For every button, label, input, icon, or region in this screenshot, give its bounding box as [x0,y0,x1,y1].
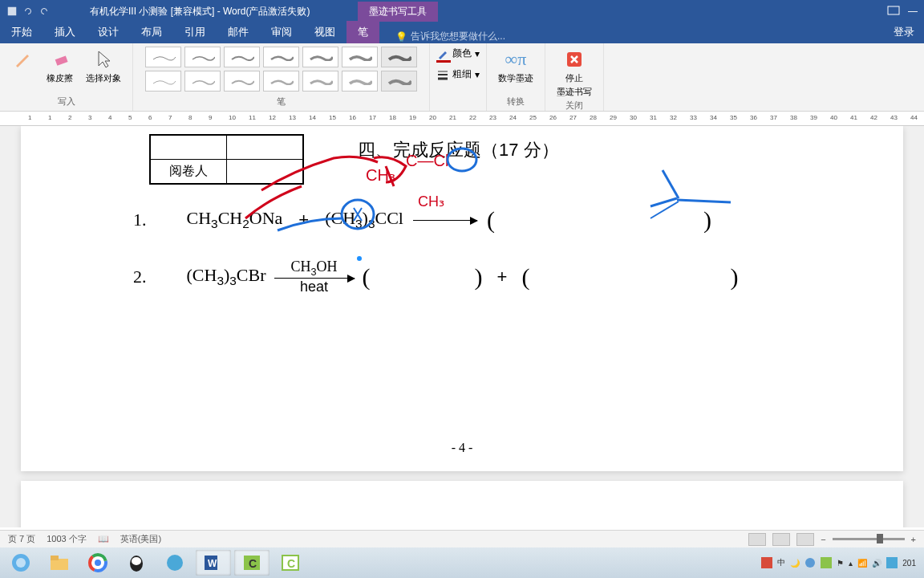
tab-reference[interactable]: 引用 [173,21,217,43]
tab-review[interactable]: 审阅 [260,21,303,43]
camtasia-icon[interactable]: C [234,550,270,576]
document-area[interactable]: 阅卷人 四、完成反应题（17 分） 1. CH3CH2ONa + (CH3)3C… [0,126,924,527]
pen-style-2[interactable] [184,47,221,67]
open-paren-2a: ( [363,263,371,291]
horizontal-ruler[interactable]: // ruler will be populated below after d… [0,112,924,126]
tab-layout[interactable]: 布局 [130,21,173,43]
pen-style-8[interactable] [145,71,181,92]
reaction-arrow-conditions: CH3OH heat [274,258,355,295]
spellcheck-icon[interactable]: 📖 [98,534,109,544]
ruler-mark: 19 [409,114,416,121]
undo-icon[interactable] [22,6,34,17]
tray-moon-icon[interactable]: 🌙 [790,559,800,568]
tab-design[interactable]: 设计 [87,21,130,43]
ruler-mark: 5 [128,114,132,121]
ruler-mark: 35 [730,114,737,121]
pen-style-12[interactable] [302,71,338,92]
ribbon-options-icon[interactable] [887,6,900,18]
start-button[interactable] [3,550,38,576]
status-word-count[interactable]: 1003 个字 [47,533,87,545]
title-bar: 有机化学III 小测验 [兼容模式] - Word(产品激活失败) 墨迹书写工具… [0,0,924,22]
pen-style-4[interactable] [263,47,299,67]
next-page[interactable] [21,481,903,527]
pen-style-13[interactable] [342,71,378,92]
file-explorer-icon[interactable] [42,550,77,576]
close-x-icon [563,48,586,71]
ruler-mark: 21 [449,114,456,121]
tab-insert[interactable]: 插入 [43,21,87,43]
ribbon-tabs: 开始 插入 设计 布局 引用 邮件 审阅 视图 笔 💡 告诉我您想要做什么...… [0,22,924,43]
pen-style-7[interactable] [381,47,417,67]
tray-icon-4[interactable] [886,557,898,568]
ruler-mark: 27 [569,114,577,121]
tell-me-search[interactable]: 💡 告诉我您想要做什么... [395,30,505,43]
minimize-icon[interactable]: — [908,6,918,18]
camtasia-editor-icon[interactable]: C [273,550,308,576]
select-objects-button[interactable]: 选择对象 [81,47,126,86]
pen-style-14[interactable] [381,71,417,92]
ruler-mark: 1 [48,114,51,121]
action-center-icon[interactable]: ⚑ [837,559,844,568]
pen-style-3[interactable] [224,47,260,67]
volume-icon[interactable]: 🔊 [872,559,881,568]
math-ink-button[interactable]: ∞π 数学墨迹 [493,47,538,86]
ruler-mark: 36 [750,114,757,121]
ruler-mark: 2 [68,114,71,121]
save-icon[interactable] [6,6,18,17]
ruler-mark: 4 [108,114,111,121]
svg-rect-15 [51,559,68,570]
stop-ink-button[interactable]: 停止 墨迹书写 [552,47,597,100]
tab-start[interactable]: 开始 [0,21,43,43]
ruler-mark: 34 [710,114,717,121]
svg-point-14 [16,558,26,568]
print-layout-button[interactable] [772,533,790,546]
q1-reactant-a: CH3CH2ONa [187,208,283,231]
ruler-mark: 33 [690,114,697,121]
svg-rect-34 [886,557,898,568]
tab-view[interactable]: 视图 [303,21,346,43]
chrome-icon[interactable] [80,550,116,576]
ruler-mark: 22 [469,114,476,121]
page[interactable]: 阅卷人 四、完成反应题（17 分） 1. CH3CH2ONa + (CH3)3C… [21,126,903,471]
read-mode-button[interactable] [748,533,766,546]
network-icon[interactable]: 📶 [857,559,867,568]
chevron-up-icon[interactable]: ▴ [849,559,853,568]
pen-style-9[interactable] [184,71,221,92]
ruler-mark: 18 [389,114,396,121]
web-layout-button[interactable] [796,533,814,546]
redo-icon[interactable] [38,6,50,17]
pen-button[interactable] [6,47,38,86]
tab-pen[interactable]: 笔 [346,21,379,43]
grader-label: 阅卷人 [151,160,227,184]
zoom-out-button[interactable]: − [821,535,825,544]
zoom-in-button[interactable]: + [911,535,916,544]
login-link[interactable]: 登录 [884,21,924,43]
pen-style-1[interactable] [145,47,181,67]
status-language[interactable]: 英语(美国) [120,533,161,545]
svg-point-21 [95,560,101,566]
clock[interactable]: 201 [902,559,916,568]
zoom-slider[interactable] [833,538,905,540]
ink-tools-tab-title: 墨迹书写工具 [358,2,438,22]
tray-icon-2[interactable] [804,557,816,568]
eraser-button[interactable]: 橡皮擦 [42,47,78,86]
pen-style-6[interactable] [342,47,378,67]
q1-reactant-b: (CH3)3CCl [325,208,403,231]
tab-mail[interactable]: 邮件 [217,21,260,43]
svg-rect-0 [8,7,17,16]
thickness-picker[interactable]: 粗细 ▾ [436,67,480,81]
pen-style-11[interactable] [263,71,299,92]
app-icon-1[interactable] [157,550,192,576]
status-page[interactable]: 页 7 页 [8,533,35,545]
ime-icon[interactable]: 中 [777,557,785,568]
pen-style-10[interactable] [224,71,260,92]
tray-icon-3[interactable] [821,557,832,568]
word-icon[interactable]: W [196,550,231,576]
pen-style-5[interactable] [302,47,338,67]
ruler-mark: 6 [148,114,152,121]
ruler-mark: 44 [910,114,918,121]
tray-icon-1[interactable] [761,557,772,568]
svg-rect-33 [821,557,832,568]
qq-icon[interactable] [119,550,154,576]
color-picker[interactable]: 颜色 ▾ [436,47,480,60]
